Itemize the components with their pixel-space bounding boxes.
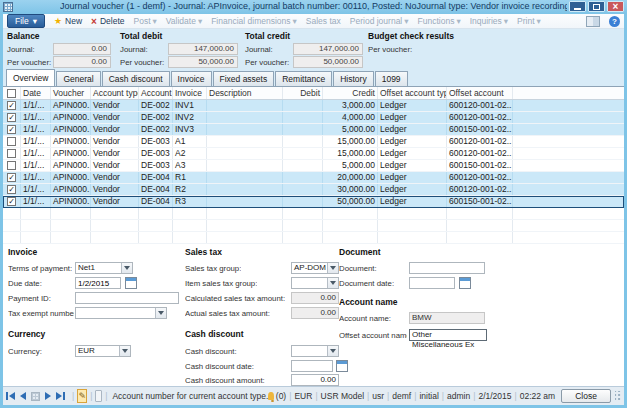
row-select-cell[interactable] <box>3 136 21 147</box>
table-row[interactable]: 1/1/...APIN000...VendorDE-002INV24,000.0… <box>3 112 624 124</box>
cell-invoice[interactable]: INV3 <box>173 124 207 135</box>
chevron-down-icon[interactable] <box>327 346 338 356</box>
sales-tax-group-combo[interactable]: AP-DOM <box>291 262 339 274</box>
cell-debit[interactable] <box>283 148 323 159</box>
cell-account-type[interactable]: Vendor <box>91 124 139 135</box>
cell-offset-account[interactable]: 600120-001-02... <box>447 136 513 147</box>
col-voucher[interactable]: Voucher <box>51 87 91 99</box>
payment-id-input[interactable] <box>75 292 179 304</box>
cell-offset-account-type[interactable]: Ledger <box>378 124 447 135</box>
cash-discount-date-input[interactable] <box>291 360 333 372</box>
cell-description[interactable] <box>207 148 283 159</box>
cell-account[interactable]: DE-004 <box>139 184 173 195</box>
due-date-input[interactable] <box>75 277 121 289</box>
cell-voucher[interactable]: APIN000... <box>51 172 91 183</box>
cell-date[interactable]: 1/1/... <box>21 184 51 195</box>
cell-invoice[interactable]: R2 <box>173 184 207 195</box>
cell-debit[interactable] <box>283 124 323 135</box>
cell-account[interactable]: DE-003 <box>139 160 173 171</box>
calendar-icon[interactable] <box>125 277 137 289</box>
tab-history[interactable]: History <box>333 71 373 86</box>
cell-offset-account[interactable]: 600120-001-02... <box>447 112 513 123</box>
cell-account-type[interactable]: Vendor <box>91 100 139 111</box>
row-checkbox[interactable] <box>7 137 16 146</box>
row-checkbox[interactable] <box>7 101 16 110</box>
cell-credit[interactable]: 20,000.00 <box>323 172 378 183</box>
cell-date[interactable]: 1/1/... <box>21 196 51 207</box>
tab-fixed-assets[interactable]: Fixed assets <box>213 71 275 86</box>
row-select-cell[interactable] <box>3 112 21 123</box>
cell-description[interactable] <box>207 112 283 123</box>
chevron-down-icon[interactable] <box>119 346 130 356</box>
cell-account[interactable]: DE-004 <box>139 196 173 207</box>
cell-description[interactable] <box>207 124 283 135</box>
row-select-cell[interactable] <box>3 172 21 183</box>
row-checkbox[interactable] <box>7 113 16 122</box>
row-select-cell[interactable] <box>3 184 21 195</box>
cell-account-type[interactable]: Vendor <box>91 148 139 159</box>
row-checkbox[interactable] <box>7 161 16 170</box>
cell-account[interactable]: DE-002 <box>139 112 173 123</box>
cell-voucher[interactable]: APIN000... <box>51 100 91 111</box>
cell-date[interactable]: 1/1/... <box>21 172 51 183</box>
previous-record-button[interactable] <box>20 392 26 400</box>
table-row[interactable]: 1/1/...APIN000...VendorDE-004R230,000.00… <box>3 184 624 196</box>
row-select-cell[interactable] <box>3 100 21 111</box>
cell-credit[interactable]: 15,000.00 <box>323 136 378 147</box>
cell-offset-account-type[interactable]: Ledger <box>378 172 447 183</box>
minimize-button[interactable] <box>569 1 586 12</box>
col-date[interactable]: Date <box>21 87 51 99</box>
cell-date[interactable]: 1/1/... <box>21 124 51 135</box>
status-currency[interactable]: EUR <box>294 391 312 401</box>
tab-invoice[interactable]: Invoice <box>171 71 212 86</box>
cell-offset-account-type[interactable]: Ledger <box>378 148 447 159</box>
row-select-cell[interactable] <box>3 160 21 171</box>
cell-debit[interactable] <box>283 172 323 183</box>
item-sales-tax-group-combo[interactable] <box>291 277 339 289</box>
cell-description[interactable] <box>207 136 283 147</box>
cell-offset-account-type[interactable]: Ledger <box>378 112 447 123</box>
select-all-checkbox-cell[interactable] <box>3 87 21 99</box>
table-row[interactable]: 1/1/...APIN000...VendorDE-003A115,000.00… <box>3 136 624 148</box>
document-date-input[interactable] <box>409 277 455 289</box>
cell-offset-account-type[interactable]: Ledger <box>378 184 447 195</box>
cell-credit[interactable]: 5,000.00 <box>323 160 378 171</box>
table-row[interactable]: 1/1/...APIN000...VendorDE-002INV35,000.0… <box>3 124 624 136</box>
cell-debit[interactable] <box>283 136 323 147</box>
cell-invoice[interactable]: A3 <box>173 160 207 171</box>
cell-date[interactable]: 1/1/... <box>21 148 51 159</box>
cell-debit[interactable] <box>283 100 323 111</box>
cell-description[interactable] <box>207 160 283 171</box>
cell-credit[interactable]: 4,000.00 <box>323 112 378 123</box>
cell-voucher[interactable]: APIN000... <box>51 136 91 147</box>
tab-remittance[interactable]: Remittance <box>275 71 332 86</box>
table-row[interactable]: 1/1/...APIN000...VendorDE-002INV13,000.0… <box>3 100 624 112</box>
cell-offset-account-type[interactable]: Ledger <box>378 136 447 147</box>
cell-offset-account-type[interactable]: Ledger <box>378 160 447 171</box>
row-select-cell[interactable] <box>3 124 21 135</box>
resize-grip[interactable] <box>615 391 621 401</box>
cell-account-type[interactable]: Vendor <box>91 196 139 207</box>
cell-voucher[interactable]: APIN000... <box>51 112 91 123</box>
col-offset-account[interactable]: Offset account <box>447 87 513 99</box>
last-record-button[interactable] <box>56 392 65 400</box>
calendar-icon[interactable] <box>336 360 348 372</box>
status-partition[interactable]: usr <box>372 391 384 401</box>
cell-credit[interactable]: 3,000.00 <box>323 100 378 111</box>
row-select-cell[interactable] <box>3 196 21 207</box>
cell-debit[interactable] <box>283 160 323 171</box>
cell-description[interactable] <box>207 196 283 207</box>
cell-invoice[interactable]: R1 <box>173 172 207 183</box>
edit-mode-pencil-icon[interactable] <box>77 389 87 403</box>
cell-offset-account-type[interactable]: Ledger <box>378 100 447 111</box>
cell-offset-account[interactable]: 600120-001-02... <box>447 172 513 183</box>
row-checkbox[interactable] <box>7 197 16 206</box>
chevron-down-icon[interactable] <box>327 263 338 273</box>
row-checkbox[interactable] <box>7 185 16 194</box>
close-window-button[interactable] <box>607 1 624 12</box>
tab-general[interactable]: General <box>56 71 100 86</box>
tab-1099[interactable]: 1099 <box>375 71 408 86</box>
chevron-down-icon[interactable] <box>155 308 166 318</box>
cell-offset-account[interactable]: 600120-001-02... <box>447 184 513 195</box>
tab-cash-discount[interactable]: Cash discount <box>102 71 170 86</box>
